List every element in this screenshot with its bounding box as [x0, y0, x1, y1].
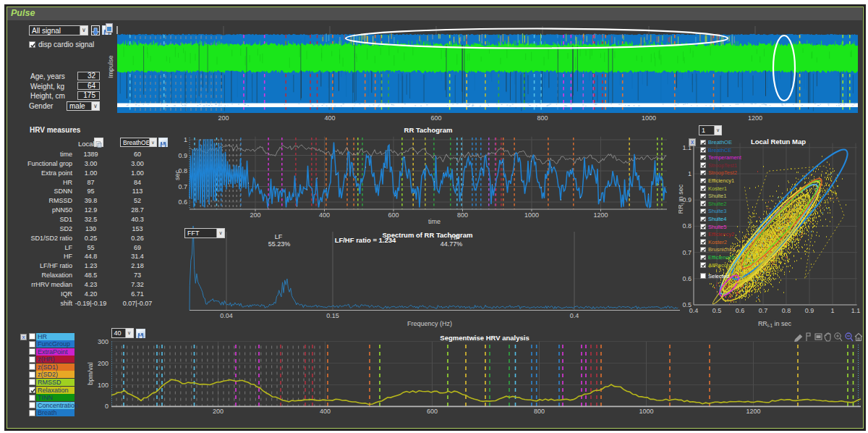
svg-text:LF/HF ratio = 1.234: LF/HF ratio = 1.234 [335, 236, 396, 244]
svg-text:0.9: 0.9 [178, 152, 187, 159]
svg-text:1: 1 [830, 307, 834, 314]
svg-text:0.5: 0.5 [682, 301, 692, 308]
svg-text:800: 800 [537, 114, 548, 122]
svg-text:0.7: 0.7 [759, 307, 768, 314]
svg-text:300: 300 [98, 338, 109, 345]
svg-text:600: 600 [388, 211, 399, 219]
svg-text:RRi in sec: RRi in sec [678, 184, 685, 214]
svg-text:1: 1 [184, 136, 187, 143]
svg-text:0.7: 0.7 [178, 183, 187, 190]
svg-text:1200: 1200 [593, 211, 608, 219]
svg-text:800: 800 [457, 211, 468, 219]
svg-text:600: 600 [427, 408, 438, 415]
svg-text:1000: 1000 [642, 114, 656, 122]
svg-text:time: time [428, 218, 441, 225]
svg-text:200: 200 [218, 114, 229, 122]
svg-text:LF: LF [275, 233, 283, 240]
svg-text:0.6: 0.6 [736, 307, 745, 314]
svg-text:1000: 1000 [639, 408, 653, 415]
svg-text:400: 400 [319, 211, 330, 219]
svg-text:0.9: 0.9 [805, 307, 814, 314]
svg-text:200: 200 [213, 408, 224, 415]
svg-text:0: 0 [105, 403, 109, 410]
svg-text:0.04: 0.04 [220, 312, 233, 319]
svg-text:0.7: 0.7 [682, 249, 692, 256]
svg-text:0.6: 0.6 [178, 198, 187, 206]
svg-text:1.1: 1.1 [851, 307, 861, 314]
svg-text:1: 1 [688, 170, 692, 177]
svg-text:55.23%: 55.23% [268, 240, 291, 248]
svg-text:200: 200 [98, 360, 109, 367]
svg-text:1000: 1000 [524, 211, 539, 219]
svg-text:0.8: 0.8 [782, 307, 791, 314]
svg-text:400: 400 [324, 114, 335, 122]
svg-text:0.6: 0.6 [682, 275, 692, 282]
svg-text:RR Tachogram: RR Tachogram [404, 126, 453, 134]
svg-text:200: 200 [250, 211, 260, 219]
svg-text:600: 600 [430, 114, 441, 122]
svg-text:bpm/val: bpm/val [87, 362, 94, 385]
svg-text:0.15: 0.15 [326, 312, 339, 319]
svg-text:0.4: 0.4 [570, 312, 579, 319]
svg-text:800: 800 [534, 408, 545, 415]
svg-text:sec: sec [174, 170, 181, 181]
svg-text:1200: 1200 [746, 408, 760, 415]
svg-text:Segmentwise HRV analysis: Segmentwise HRV analysis [440, 334, 529, 342]
svg-text:Local Retun Map: Local Retun Map [751, 138, 806, 146]
svg-text:44.77%: 44.77% [441, 240, 463, 248]
svg-text:0.5: 0.5 [712, 307, 722, 314]
svg-text:100: 100 [98, 382, 109, 389]
svg-text:0.8: 0.8 [682, 222, 692, 230]
svg-text:400: 400 [320, 408, 331, 415]
